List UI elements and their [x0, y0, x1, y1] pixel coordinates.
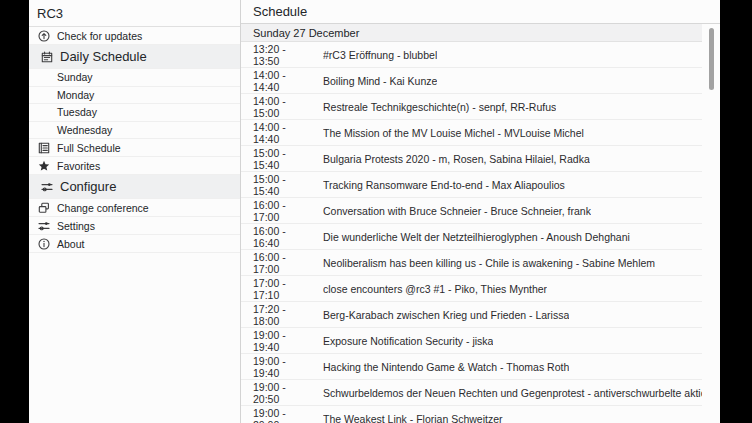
sidebar-item-label: Check for updates: [57, 30, 142, 42]
sidebar-item-list: Check for updates Daily Schedule Sunday …: [29, 27, 240, 253]
event-title: Conversation with Bruce Schneier - Bruce…: [323, 205, 591, 217]
page-header: Schedule: [241, 0, 720, 24]
info-icon: [37, 237, 50, 250]
event-time: 16:00 - 17:00: [253, 251, 310, 275]
event-time: 17:00 - 17:10: [253, 277, 310, 301]
schedule-event-row[interactable]: 19:00 - 19:40 Hacking the Nintendo Game …: [241, 354, 702, 380]
sidebar-item-settings[interactable]: Settings: [29, 217, 240, 235]
event-title: The Weakest Link - Florian Schweitzer: [323, 413, 503, 423]
app-title: RC3: [37, 6, 63, 21]
event-time: 13:20 - 13:50: [253, 43, 310, 67]
event-time: 19:00 - 19:40: [253, 355, 310, 379]
main-pane: Schedule Sunday 27 December 13:20 - 13:5…: [241, 0, 720, 423]
windows-icon: [37, 201, 50, 214]
event-title: Boiling Mind - Kai Kunze: [323, 75, 437, 87]
event-time: 14:00 - 14:40: [253, 69, 310, 93]
app-window: RC3 Check for updates Daily Schedule Sun…: [29, 0, 720, 423]
sidebar-item-label: Change conference: [57, 202, 149, 214]
sidebar-item-configure[interactable]: Configure: [29, 175, 240, 199]
event-title: #rC3 Eröffnung - blubbel: [323, 49, 437, 61]
event-title: Tracking Ransomware End-to-end - Max Ali…: [323, 179, 565, 191]
event-time: 14:00 - 14:40: [253, 121, 310, 145]
event-time: 15:00 - 15:40: [253, 147, 310, 171]
update-icon: [37, 29, 50, 42]
schedule-event-row[interactable]: 15:00 - 15:40 Tracking Ransomware End-to…: [241, 172, 702, 198]
sliders-icon: [40, 180, 53, 193]
schedule-event-row[interactable]: 19:00 - 20:50 Schwurbeldemos der Neuen R…: [241, 380, 702, 406]
sidebar-item-label: Favorites: [57, 160, 100, 172]
sidebar-item-label: Configure: [60, 179, 116, 194]
event-time: 15:00 - 15:40: [253, 173, 310, 197]
sidebar-item-about[interactable]: About: [29, 235, 240, 253]
sidebar-item-label: Monday: [57, 89, 94, 101]
event-time: 19:00 - 19:40: [253, 329, 310, 353]
sidebar-item-label: Full Schedule: [57, 142, 121, 154]
sidebar-item-label: Settings: [57, 220, 95, 232]
sidebar-item-label: About: [57, 238, 84, 250]
page-title: Schedule: [253, 4, 307, 19]
event-time: 16:00 - 17:00: [253, 199, 310, 223]
sidebar-item-tuesday[interactable]: Tuesday: [29, 104, 240, 122]
event-title: Hacking the Nintendo Game & Watch - Thom…: [323, 361, 569, 373]
schedule-event-row[interactable]: 17:20 - 18:00 Berg-Karabach zwischen Kri…: [241, 302, 702, 328]
scrollbar-thumb[interactable]: [709, 28, 714, 90]
list-icon: [37, 141, 50, 154]
schedule-list: 13:20 - 13:50 #rC3 Eröffnung - blubbel 1…: [241, 42, 720, 423]
event-title: The Mission of the MV Louise Michel - MV…: [323, 127, 584, 139]
star-icon: [37, 159, 50, 172]
schedule-event-row[interactable]: 14:00 - 14:40 The Mission of the MV Loui…: [241, 120, 702, 146]
sidebar: RC3 Check for updates Daily Schedule Sun…: [29, 0, 241, 423]
event-time: 14:00 - 15:00: [253, 95, 310, 119]
sidebar-item-change-conference[interactable]: Change conference: [29, 199, 240, 217]
schedule-event-row[interactable]: 15:00 - 15:40 Bulgaria Protests 2020 - m…: [241, 146, 702, 172]
sidebar-item-check-for-updates[interactable]: Check for updates: [29, 27, 240, 45]
event-time: 19:00 - 20:50: [253, 381, 310, 405]
schedule-event-row[interactable]: 19:00 - 19:40 Exposure Notification Secu…: [241, 328, 702, 354]
screen: { "colors": { "window_bg": "#fcfcfc", "s…: [0, 0, 752, 423]
sidebar-item-daily-schedule[interactable]: Daily Schedule: [29, 45, 240, 69]
day-section-label: Sunday 27 December: [253, 27, 359, 39]
sidebar-item-label: Wednesday: [57, 124, 112, 136]
sidebar-item-label: Sunday: [57, 71, 93, 83]
event-title: Restreale Technikgeschichte(n) - senpf, …: [323, 101, 556, 113]
event-time: 17:20 - 18:00: [253, 303, 310, 327]
sidebar-header: RC3: [29, 0, 240, 27]
sidebar-item-label: Daily Schedule: [60, 49, 147, 64]
schedule-event-row[interactable]: 19:00 - 20:00 The Weakest Link - Florian…: [241, 406, 702, 423]
sliders-icon: [37, 219, 50, 232]
sidebar-item-full-schedule[interactable]: Full Schedule: [29, 139, 240, 157]
schedule-event-row[interactable]: 16:00 - 17:00 Conversation with Bruce Sc…: [241, 198, 702, 224]
event-time: 19:00 - 20:00: [253, 407, 310, 423]
calendar-icon: [40, 50, 53, 63]
event-title: Neoliberalism has been killing us - Chil…: [323, 257, 655, 269]
schedule-event-row[interactable]: 14:00 - 15:00 Restreale Technikgeschicht…: [241, 94, 702, 120]
event-time: 16:00 - 16:40: [253, 225, 310, 249]
sidebar-item-sunday[interactable]: Sunday: [29, 69, 240, 87]
schedule-event-row[interactable]: 16:00 - 16:40 Die wunderliche Welt der N…: [241, 224, 702, 250]
schedule-event-row[interactable]: 16:00 - 17:00 Neoliberalism has been kil…: [241, 250, 702, 276]
sidebar-item-favorites[interactable]: Favorites: [29, 157, 240, 175]
schedule-event-row[interactable]: 13:20 - 13:50 #rC3 Eröffnung - blubbel: [241, 42, 702, 68]
event-title: Exposure Notification Security - jiska: [323, 335, 493, 347]
schedule-event-row[interactable]: 14:00 - 14:40 Boiling Mind - Kai Kunze: [241, 68, 702, 94]
sidebar-item-label: Tuesday: [57, 106, 97, 118]
event-title: Berg-Karabach zwischen Krieg und Frieden…: [323, 309, 569, 321]
schedule-event-row[interactable]: 17:00 - 17:10 close encounters @rc3 #1 -…: [241, 276, 702, 302]
event-title: Bulgaria Protests 2020 - m, Rosen, Sabin…: [323, 153, 590, 165]
sidebar-item-monday[interactable]: Monday: [29, 87, 240, 105]
sidebar-item-wednesday[interactable]: Wednesday: [29, 122, 240, 140]
day-section-header: Sunday 27 December: [241, 24, 702, 42]
event-title: close encounters @rc3 #1 - Piko, Thies M…: [323, 283, 547, 295]
event-title: Schwurbeldemos der Neuen Rechten und Geg…: [323, 387, 702, 399]
event-title: Die wunderliche Welt der Netzteilhierogl…: [323, 231, 630, 243]
